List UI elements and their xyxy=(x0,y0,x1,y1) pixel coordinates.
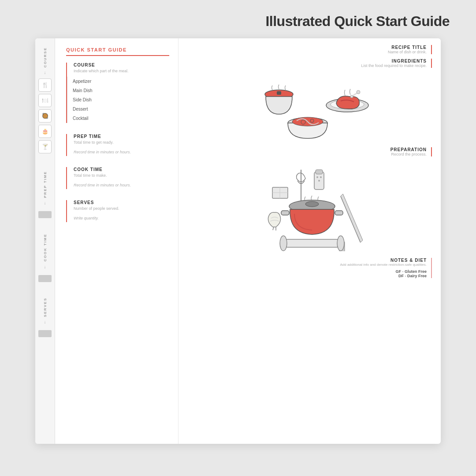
course-title: COURSE xyxy=(74,63,169,67)
course-icon-4[interactable]: 🎂 xyxy=(38,125,52,138)
prep-section: PREP TIME Total time to get ready. Recor… xyxy=(66,134,169,156)
svg-point-5 xyxy=(310,119,314,123)
course-label: COURSE xyxy=(43,47,47,67)
serves-input-box[interactable] xyxy=(38,330,52,337)
svg-point-9 xyxy=(350,95,353,98)
notes-section: NOTES & DIET Add additional info and den… xyxy=(187,258,432,278)
course-icon-2[interactable]: 🍽️ xyxy=(38,94,52,107)
diet-item-df: DF - Dairy Free xyxy=(187,274,427,278)
sidebar-section-serves: SERVES ↓ xyxy=(38,298,52,337)
sidebar: COURSE ↓ 🍴 🍽️ 🥘 🎂 🍸 PREP TIME ↓ COOK TIM… xyxy=(35,38,55,444)
svg-rect-12 xyxy=(316,170,323,174)
serves-title: SERVES xyxy=(74,200,169,205)
prep-placeholder: Record time in minutes or hours. xyxy=(74,148,169,156)
course-icon-3[interactable]: 🥘 xyxy=(38,109,52,123)
course-desc: Indicate which part of the meal. xyxy=(74,69,169,73)
prep-desc: Total time to get ready. xyxy=(74,140,169,145)
diet-item-gf: GF - Gluten Free xyxy=(187,269,427,274)
food-illustration-area xyxy=(187,70,432,147)
preparation-desc: Record the process. xyxy=(187,152,427,156)
prep-input-box[interactable] xyxy=(38,211,52,218)
svg-point-15 xyxy=(318,180,320,182)
content: QUICK START GUIDE COURSE Indicate which … xyxy=(55,38,441,444)
preparation-label: PREPARATION xyxy=(187,147,427,152)
svg-point-20 xyxy=(305,201,319,207)
content-left: QUICK START GUIDE COURSE Indicate which … xyxy=(55,38,178,444)
svg-point-8 xyxy=(357,90,360,94)
main-container: COURSE ↓ 🍴 🍽️ 🥘 🎂 🍸 PREP TIME ↓ COOK TIM… xyxy=(35,38,441,444)
course-item-appetizer: Appetizer xyxy=(67,77,169,86)
sidebar-section-cook: COOK TIME ↓ xyxy=(38,234,52,282)
svg-point-13 xyxy=(316,176,318,178)
course-section: COURSE Indicate which part of the meal. … xyxy=(66,63,169,123)
cook-placeholder: Record time in minutes or hours. xyxy=(74,181,169,189)
serves-section: SERVES Number of people served. Write qu… xyxy=(66,200,169,222)
cook-section: COOK TIME Total time to make. Record tim… xyxy=(66,167,169,189)
svg-point-27 xyxy=(337,236,344,251)
ingredients-label: INGREDIENTS xyxy=(187,59,427,63)
cook-arrow: ↓ xyxy=(44,264,46,269)
serves-desc: Number of people served. xyxy=(74,206,169,211)
cooking-svg xyxy=(248,163,372,251)
prep-title: PREP TIME xyxy=(74,134,169,139)
cook-title: COOK TIME xyxy=(74,167,169,172)
serves-arrow: ↓ xyxy=(44,320,46,324)
course-item-side: Side Dish xyxy=(67,95,169,104)
cook-input-box[interactable] xyxy=(38,275,52,282)
guide-title: QUICK START GUIDE xyxy=(66,47,169,56)
course-icon-5[interactable]: 🍸 xyxy=(38,140,52,153)
svg-rect-1 xyxy=(277,91,281,95)
svg-rect-25 xyxy=(283,239,341,247)
ingredients-desc: List the food required to make recipe. xyxy=(187,63,427,68)
cook-desc: Total time to make. xyxy=(74,173,169,178)
page-title: Illustrated Quick Start Guide xyxy=(0,0,476,38)
preparation-section: PREPARATION Record the process. xyxy=(187,147,432,156)
sidebar-section-course: COURSE ↓ 🍴 🍽️ 🥘 🎂 🍸 xyxy=(38,47,52,156)
ingredients-section: INGREDIENTS List the food required to ma… xyxy=(187,59,432,68)
notes-desc: Add additional info and denote restricti… xyxy=(187,263,427,267)
course-arrow: ↓ xyxy=(44,70,46,75)
food-svg xyxy=(248,74,372,143)
svg-rect-21 xyxy=(281,211,289,215)
svg-point-26 xyxy=(280,236,287,251)
serves-label: SERVES xyxy=(43,298,47,317)
cooking-illustration-area xyxy=(187,159,432,256)
svg-point-14 xyxy=(320,176,322,178)
serves-placeholder: Write quantity. xyxy=(74,214,169,222)
course-item-cocktail: Cocktail xyxy=(67,114,169,123)
course-item-dessert: Dessert xyxy=(67,104,169,114)
sidebar-section-prep: PREP TIME ↓ xyxy=(38,171,52,218)
notes-label: NOTES & DIET xyxy=(187,258,427,263)
svg-rect-22 xyxy=(335,211,343,215)
prep-arrow: ↓ xyxy=(44,201,46,205)
recipe-title-desc: Name of dish or drink. xyxy=(187,50,427,54)
cook-label: COOK TIME xyxy=(43,234,47,261)
course-icon-1[interactable]: 🍴 xyxy=(38,78,52,92)
svg-point-4 xyxy=(301,120,305,124)
recipe-title-label: RECIPE TITLE xyxy=(187,45,427,50)
recipe-title-section: RECIPE TITLE Name of dish or drink. xyxy=(187,45,432,54)
content-right: RECIPE TITLE Name of dish or drink. INGR… xyxy=(178,38,441,444)
prep-label: PREP TIME xyxy=(43,171,47,198)
course-item-main: Main Dish xyxy=(67,86,169,95)
